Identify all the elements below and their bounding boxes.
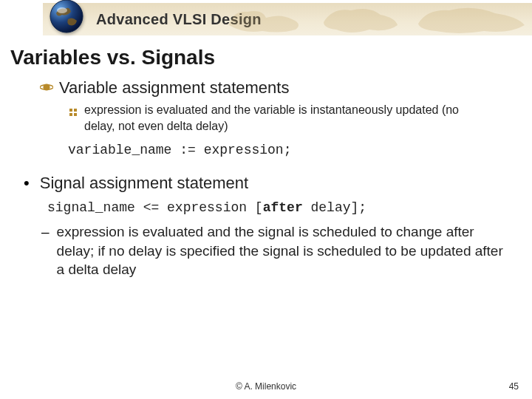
slide-title: Variables vs. Signals [10, 46, 215, 69]
code-token-op: <= [135, 200, 167, 215]
subbullet-text: expression is evaluated and the variable… [84, 102, 522, 134]
code-signal-assignment: signal_name <= expression [after delay]; [47, 200, 522, 215]
square-dots-bullet-icon [69, 106, 77, 113]
footer-page-number: 45 [509, 381, 519, 392]
bullet-signal-assignment: • Signal assignment statement [10, 174, 522, 193]
code-token-end: delay]; [303, 200, 366, 215]
bullet-text: Variable assignment statements [59, 78, 289, 98]
subbullet-text: expression is evaluated and the signal i… [57, 222, 522, 279]
svg-point-3 [43, 83, 50, 90]
svg-point-0 [50, 0, 83, 33]
code-token-rhs: expression; [204, 143, 292, 157]
footer-copyright: © A. Milenkovic [0, 381, 532, 392]
content-area: Variable assignment statements expressio… [10, 78, 522, 279]
svg-rect-4 [69, 109, 72, 112]
subbullet-variable-explanation: expression is evaluated and the variable… [10, 102, 522, 134]
svg-rect-5 [74, 109, 77, 112]
code-variable-assignment: variable_name := expression; [68, 143, 522, 157]
svg-rect-7 [74, 113, 77, 116]
code-token-keyword: after [263, 200, 303, 215]
code-token-mid: expression [ [167, 200, 263, 215]
svg-rect-6 [69, 113, 72, 116]
slide: Advanced VLSI Design Variables vs. Signa… [0, 0, 532, 399]
code-token-op: := [171, 143, 203, 157]
subbullet-signal-explanation: – expression is evaluated and the signal… [10, 222, 522, 279]
saturn-bullet-icon [40, 82, 53, 95]
code-token-lhs: variable_name [68, 143, 171, 157]
map-decoration-3 [414, 3, 532, 35]
map-decoration-1 [222, 3, 310, 35]
bullet-variable-assignment: Variable assignment statements [10, 78, 522, 98]
dash-bullet-icon: – [41, 222, 50, 242]
bullet-text: Signal assignment statement [40, 174, 249, 193]
map-decoration-2 [318, 3, 406, 35]
code-token-lhs: signal_name [47, 200, 135, 215]
svg-point-1 [57, 7, 67, 13]
dot-bullet-icon: • [24, 175, 30, 191]
globe-icon [49, 0, 84, 34]
